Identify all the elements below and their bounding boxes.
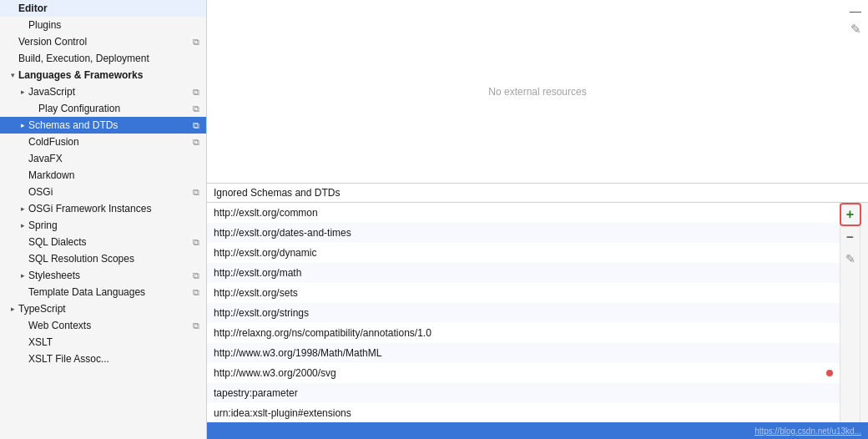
sidebar-item-xslt-file[interactable]: XSLT File Assoc... [0,351,206,367]
sidebar: Editor Plugins Version Control ⧉ Build, … [0,0,207,439]
chevron-right-icon: ▸ [17,88,28,96]
ignored-schemas-content: http://exslt.org/commonhttp://exslt.org/… [207,203,868,422]
sidebar-item-label: JavaScript [28,86,189,98]
sidebar-item-label: XSLT [28,336,199,348]
copy-icon: ⧉ [193,87,199,98]
sidebar-item-template-data[interactable]: Template Data Languages ⧉ [0,284,206,300]
schema-url: urn:idea:xslt-plugin#extensions [214,405,833,421]
ignored-schemas-header: Ignored Schemas and DTDs [207,184,868,203]
top-panel-edit-btn[interactable]: ✎ [848,22,863,37]
chevron-right-icon: ▸ [17,121,28,129]
schema-url: http://relaxng.org/ns/compatibility/anno… [214,325,833,341]
copy-icon: ⧉ [193,237,199,248]
sidebar-item-markdown[interactable]: Markdown [0,167,206,184]
sidebar-item-label: XSLT File Assoc... [28,353,199,365]
sidebar-item-coldfusion[interactable]: ColdFusion ⧉ [0,134,206,150]
schema-row[interactable]: http://exslt.org/strings [207,303,840,323]
sidebar-item-label: Build, Execution, Deployment [18,53,199,64]
schema-url: http://www.w3.org/2000/svg [214,365,820,381]
sidebar-item-version-control[interactable]: Version Control ⧉ [0,33,206,50]
sidebar-item-web-contexts[interactable]: Web Contexts ⧉ [0,317,206,334]
sidebar-item-label: OSGi [28,186,189,198]
chevron-right-icon: ▸ [17,221,28,230]
sidebar-item-play-configuration[interactable]: Play Configuration ⧉ [0,100,206,117]
right-toolbar: + − ✎ [840,203,860,422]
scrollbar[interactable] [860,203,868,422]
sidebar-item-typescript[interactable]: ▸ TypeScript [0,300,206,317]
schema-row[interactable]: http://www.w3.org/2000/svg [207,363,840,383]
sidebar-item-label: Plugins [28,19,199,31]
sidebar-item-label: ColdFusion [28,136,189,148]
schema-row[interactable]: http://exslt.org/sets [207,283,840,303]
sidebar-item-editor[interactable]: Editor [0,0,206,17]
schema-row[interactable]: http://exslt.org/dynamic [207,243,840,263]
sidebar-item-sql-dialects[interactable]: SQL Dialects ⧉ [0,234,206,250]
sidebar-item-sql-resolution[interactable]: SQL Resolution Scopes [0,250,206,267]
sidebar-item-label: Version Control [18,36,189,48]
edit-schema-btn[interactable]: ✎ [841,250,860,268]
sidebar-item-build-execution[interactable]: Build, Execution, Deployment [0,50,206,67]
ignored-schemas-panel: Ignored Schemas and DTDs http://exslt.or… [207,184,868,422]
schema-row[interactable]: http://exslt.org/common [207,203,840,223]
chevron-right-icon: ▸ [17,204,28,213]
main-content: No external resources — ✎ Ignored Schema… [207,0,868,439]
schemas-list: http://exslt.org/commonhttp://exslt.org/… [207,203,840,422]
copy-icon: ⧉ [193,187,199,198]
schema-row[interactable]: http://exslt.org/dates-and-times [207,223,840,243]
schema-row[interactable]: http://www.w3.org/1998/Math/MathML [207,343,840,363]
schema-url: http://exslt.org/math [214,265,833,281]
sidebar-item-label: Languages & Frameworks [18,69,199,81]
ignored-schemas-title: Ignored Schemas and DTDs [214,187,340,199]
sidebar-item-label: SQL Dialects [28,236,189,248]
top-panel-actions: — ✎ [848,3,863,37]
schema-row[interactable]: urn:idea:xslt-plugin#extensions [207,403,840,422]
sidebar-item-plugins[interactable]: Plugins [0,17,206,33]
schema-url: http://exslt.org/dynamic [214,245,833,261]
copy-icon: ⧉ [193,103,199,114]
sidebar-item-label: Template Data Languages [28,286,189,298]
sidebar-item-osgi-framework[interactable]: ▸ OSGi Framework Instances [0,200,206,217]
no-resources-label: No external resources [488,86,586,98]
schema-row[interactable]: http://relaxng.org/ns/compatibility/anno… [207,323,840,343]
chevron-right-icon: ▸ [7,305,18,313]
status-bar: https://blog.csdn.net/u13kd... [207,422,868,439]
top-panel-minus-btn[interactable]: — [848,3,863,18]
schema-row[interactable]: tapestry:parameter [207,383,840,403]
copy-icon: ⧉ [193,120,199,131]
sidebar-item-label: Web Contexts [28,320,189,331]
sidebar-item-spring[interactable]: ▸ Spring [0,217,206,234]
sidebar-item-label: TypeScript [18,303,199,315]
chevron-right-icon: ▸ [17,271,28,280]
sidebar-item-label: SQL Resolution Scopes [28,253,199,265]
schema-row[interactable]: http://exslt.org/math [207,263,840,283]
remove-schema-btn[interactable]: − [841,227,860,245]
sidebar-item-label: OSGi Framework Instances [28,203,199,214]
sidebar-item-label: Schemas and DTDs [28,119,189,131]
copy-icon: ⧉ [193,287,199,298]
chevron-down-icon: ▾ [7,71,18,79]
schema-url: http://exslt.org/dates-and-times [214,225,833,241]
sidebar-item-osgi[interactable]: OSGi ⧉ [0,184,206,200]
add-schema-btn[interactable]: + [841,205,860,224]
sidebar-item-xslt[interactable]: XSLT [0,334,206,351]
sidebar-item-label: Editor [18,3,199,14]
sidebar-item-languages-frameworks[interactable]: ▾ Languages & Frameworks [0,67,206,83]
copy-icon: ⧉ [193,137,199,148]
schema-url: http://exslt.org/sets [214,285,833,301]
status-link[interactable]: https://blog.csdn.net/u13kd... [754,426,861,436]
sidebar-item-label: JavaFX [28,153,199,164]
schema-url: tapestry:parameter [214,385,833,401]
sidebar-item-javascript[interactable]: ▸ JavaScript ⧉ [0,83,206,100]
copy-icon: ⧉ [193,270,199,281]
copy-icon: ⧉ [193,320,199,331]
copy-icon: ⧉ [193,37,199,48]
schema-url: http://exslt.org/strings [214,305,833,321]
error-dot [826,370,833,376]
sidebar-item-label: Play Configuration [38,103,189,114]
sidebar-item-javafx[interactable]: JavaFX [0,150,206,167]
schema-url: http://www.w3.org/1998/Math/MathML [214,345,833,361]
sidebar-item-schemas-dtds[interactable]: ▸ Schemas and DTDs ⧉ [0,117,206,134]
add-btn-container: + [841,204,860,225]
sidebar-item-stylesheets[interactable]: ▸ Stylesheets ⧉ [0,267,206,284]
sidebar-item-label: Spring [28,220,199,231]
